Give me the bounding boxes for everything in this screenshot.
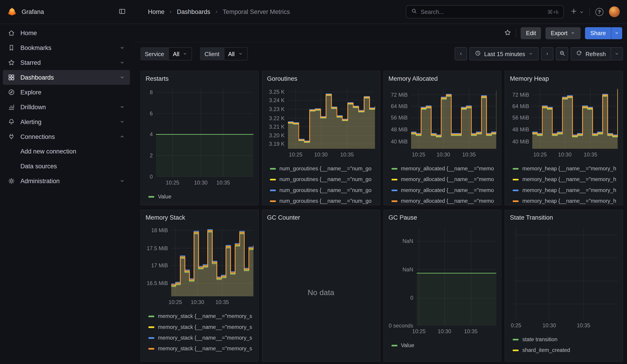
- legend-item[interactable]: memory_allocated {__name__="memo: [388, 163, 496, 174]
- sidebar-item-label: Data sources: [20, 163, 57, 170]
- chart-plot[interactable]: [411, 89, 496, 149]
- edit-button[interactable]: Edit: [521, 27, 541, 39]
- chart-plot[interactable]: [417, 228, 496, 326]
- panel-goroutines: Goroutines3.25 K3.24 K3.23 K3.22 K3.21 K…: [262, 71, 380, 205]
- legend-item[interactable]: memory_heap {__name__="memory_h: [510, 196, 618, 205]
- search-input[interactable]: Search... ⌘+k: [406, 5, 564, 18]
- legend-swatch: [149, 196, 154, 197]
- panel-title[interactable]: Restarts: [146, 74, 253, 83]
- sidebar-item-connections[interactable]: Connections: [3, 129, 130, 144]
- legend-label: state transition: [522, 336, 558, 342]
- sidebar-toggle-button[interactable]: [118, 7, 126, 16]
- search-shortcut: ⌘+k: [547, 9, 559, 15]
- y-tick-label: NaN: [402, 238, 413, 244]
- legend-label: memory_stack {__name__="memory_s: [158, 346, 252, 352]
- panel-title[interactable]: Memory Heap: [510, 74, 618, 83]
- panel-title[interactable]: State Transition: [510, 213, 618, 222]
- panel-title[interactable]: Memory Stack: [146, 213, 253, 222]
- legend-item[interactable]: memory_stack {__name__="memory_s: [146, 343, 253, 354]
- time-range-label: Last 15 minutes: [484, 51, 525, 57]
- sidebar-item-label: Bookmarks: [20, 44, 51, 52]
- chevron-down-icon: [119, 119, 125, 125]
- help-button[interactable]: ?: [595, 8, 603, 16]
- x-tick-label: 10:35: [464, 328, 477, 334]
- share-menu-button[interactable]: [611, 27, 622, 39]
- legend: num_goroutines {__name__="num_gonum_goro…: [267, 163, 375, 205]
- legend-item[interactable]: memory_stack {__name__="memory_s: [146, 311, 253, 321]
- panels-grid: Restarts8642010:2510:3010:35ValueGorouti…: [133, 60, 627, 364]
- legend: memory_allocated {__name__="memomemory_a…: [388, 163, 496, 205]
- legend-item[interactable]: Value: [388, 340, 496, 351]
- chart-plot[interactable]: [156, 89, 253, 177]
- chart-plot[interactable]: [288, 89, 375, 149]
- chart-plot[interactable]: [514, 228, 618, 319]
- legend-item[interactable]: num_goroutines {__name__="num_go: [267, 174, 375, 185]
- legend-item[interactable]: memory_allocated {__name__="memo: [388, 185, 496, 196]
- legend-item[interactable]: memory_allocated {__name__="memo: [388, 196, 496, 205]
- sidebar-item-starred[interactable]: Starred: [3, 55, 130, 70]
- user-avatar[interactable]: [609, 6, 620, 17]
- legend-item[interactable]: memory_heap {__name__="memory_h: [510, 174, 618, 185]
- panel-title[interactable]: GC Pause: [388, 213, 496, 222]
- favorite-star-button[interactable]: [504, 29, 511, 37]
- sidebar-item-data-sources[interactable]: Data sources: [3, 159, 130, 174]
- breadcrumb-dashboards[interactable]: Dashboards: [177, 8, 210, 15]
- sidebar-item-label: Home: [20, 29, 37, 37]
- y-tick-label: 72 MiB: [391, 92, 408, 98]
- plus-icon: [570, 7, 577, 16]
- legend-item[interactable]: memory_heap {__name__="memory_h: [510, 185, 618, 196]
- filter-value-dropdown[interactable]: All: [224, 47, 247, 60]
- export-button[interactable]: Export: [546, 27, 581, 39]
- x-tick-label: 10:25: [533, 152, 547, 157]
- panel-title[interactable]: Memory Allocated: [388, 74, 496, 83]
- main-content: Edit Export Share ServiceAllClientAll La…: [133, 24, 627, 364]
- breadcrumb-home[interactable]: Home: [148, 8, 165, 15]
- time-range-picker[interactable]: Last 15 minutes: [470, 47, 539, 60]
- legend-item[interactable]: memory_stack {__name__="memory_s: [146, 321, 253, 332]
- panel-title[interactable]: Goroutines: [267, 74, 375, 83]
- grafana-logo[interactable]: [7, 7, 17, 17]
- chart-plot[interactable]: [171, 228, 254, 297]
- sidebar-nav: HomeBookmarksStarredDashboardsExploreDri…: [0, 26, 133, 188]
- sidebar-item-home[interactable]: Home: [3, 26, 130, 40]
- refresh-button[interactable]: Refresh: [571, 47, 611, 60]
- time-back-button[interactable]: [455, 47, 467, 60]
- sidebar-item-add-new-connection[interactable]: Add new connection: [3, 144, 130, 159]
- refresh-interval-button[interactable]: [611, 47, 623, 60]
- legend-item[interactable]: shard_item_created: [510, 345, 618, 356]
- legend-item[interactable]: num_goroutines {__name__="num_go: [267, 196, 375, 205]
- panel-title[interactable]: GC Counter: [267, 213, 375, 222]
- filter-label: Service: [140, 47, 168, 60]
- legend-item[interactable]: state transition: [510, 334, 618, 345]
- sidebar-item-bookmarks[interactable]: Bookmarks: [3, 40, 130, 55]
- legend-label: memory_stack {__name__="memory_s: [158, 324, 252, 330]
- legend: memory_stack {__name__="memory_smemory_s…: [146, 311, 253, 354]
- chart-plot[interactable]: [532, 89, 618, 149]
- sidebar-item-label: Alerting: [20, 118, 41, 125]
- chevron-down-icon: [119, 74, 125, 80]
- legend-item[interactable]: Value: [146, 191, 253, 202]
- legend-item[interactable]: memory_heap {__name__="memory_h: [510, 163, 618, 174]
- time-forward-button[interactable]: [541, 47, 553, 60]
- share-button[interactable]: Share: [585, 27, 611, 39]
- sidebar-item-dashboards[interactable]: Dashboards: [3, 70, 130, 85]
- y-tick-label: 16.5 MiB: [147, 280, 168, 286]
- sidebar-item-explore[interactable]: Explore: [3, 85, 130, 100]
- topbar: Grafana Home Dashboards Temporal Server …: [0, 0, 627, 24]
- legend-item[interactable]: memory_allocated {__name__="memo: [388, 174, 496, 185]
- filter-value-dropdown[interactable]: All: [168, 47, 192, 60]
- search-placeholder: Search...: [421, 9, 444, 15]
- add-button[interactable]: [570, 7, 584, 16]
- topbar-left: Grafana: [0, 7, 133, 17]
- legend-item[interactable]: memory_stack {__name__="memory_s: [146, 332, 253, 343]
- legend-item[interactable]: num_goroutines {__name__="num_go: [267, 185, 375, 196]
- zoom-out-button[interactable]: [556, 47, 568, 60]
- panel-gc-counter: GC CounterNo data: [262, 209, 380, 362]
- legend-item[interactable]: num_goroutines {__name__="num_go: [267, 163, 375, 174]
- plug-icon: [7, 133, 15, 140]
- refresh-label: Refresh: [585, 51, 606, 57]
- sidebar-item-alerting[interactable]: Alerting: [3, 114, 130, 129]
- sidebar-item-administration[interactable]: Administration: [3, 174, 130, 188]
- legend: state transitionshard_item_created: [510, 334, 618, 356]
- sidebar-item-drilldown[interactable]: Drilldown: [3, 100, 130, 114]
